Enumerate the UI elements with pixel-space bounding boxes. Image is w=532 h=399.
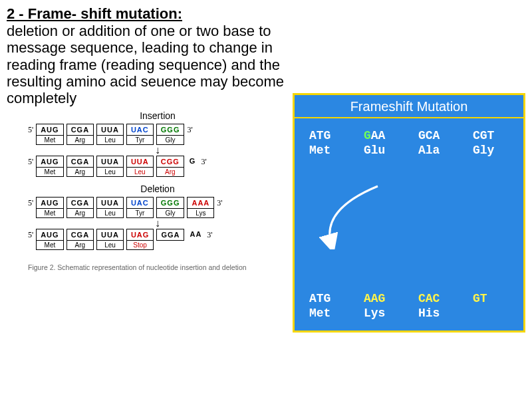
after-aas: Met Lys His <box>295 307 523 324</box>
section-title: 2 - Frame- shift mutation: <box>7 5 525 23</box>
deletion-label: Deletion <box>28 184 287 194</box>
arrow-down-icon: ↓ <box>28 219 287 227</box>
five-prime: 5' <box>28 124 33 135</box>
insertion-label: Insertion <box>28 110 287 121</box>
arrow-down-icon: ↓ <box>28 146 287 154</box>
codon: AUG <box>36 124 63 136</box>
panel-title: Frameshift Mutation <box>295 95 523 116</box>
figure-caption: Figure 2. Schematic representation of nu… <box>28 263 287 271</box>
frameshift-panel: Frameshift Mutation ATG GAA GCA CGT Met … <box>293 93 525 332</box>
mutant-codon: GAA <box>364 129 410 142</box>
divider <box>295 117 523 118</box>
curved-arrow-icon <box>315 183 394 249</box>
three-prime: 3' <box>187 124 192 135</box>
after-codons: ATG AAG CAC GT <box>295 287 523 307</box>
before-aas: Met Glu Ala Gly <box>295 144 523 161</box>
insertion-before-row: 5' AUGMet CGAArg UUALeu UACTyr GGGGly 3' <box>28 124 287 145</box>
insertion-after-row: 5' AUGMet CGAArg UUALeu UUALeu CGGArg G … <box>28 156 287 177</box>
before-codons: ATG GAA GCA CGT <box>295 124 523 144</box>
deletion-before-row: 5' AUGMet CGAArg UUALeu UACTyr GGGGly AA… <box>28 197 287 218</box>
deletion-after-row: 5' AUGMet CGAArg UUALeu UAGStop GGA AA 3… <box>28 229 287 250</box>
left-figure: Insertion 5' AUGMet CGAArg UUALeu UACTyr… <box>28 108 287 271</box>
